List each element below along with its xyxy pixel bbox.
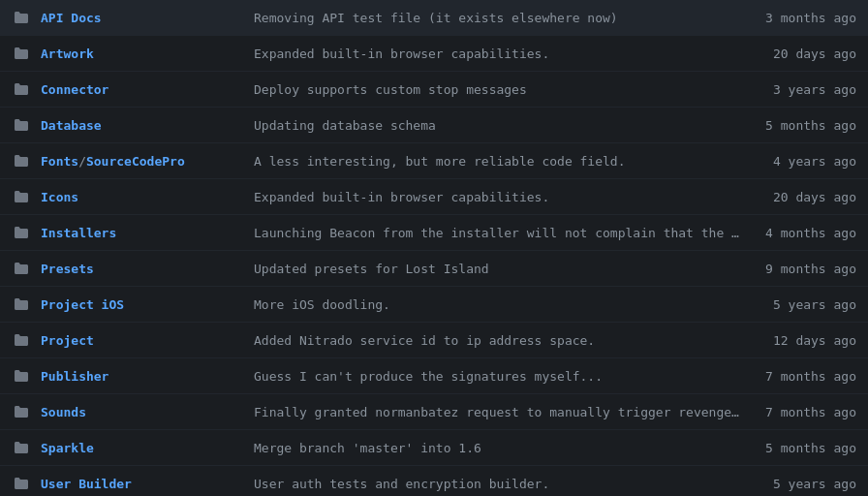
table-row: SoundsFinally granted normanbatez reques… [0, 394, 868, 430]
commit-message: Guess I can't produce the signatures mys… [254, 369, 760, 384]
time-ago: 20 days ago [760, 46, 856, 61]
time-ago: 9 months ago [760, 262, 856, 276]
file-name[interactable]: Icons [41, 190, 254, 204]
commit-message: Removing API test file (it exists elsewh… [254, 11, 760, 25]
time-ago: 5 years ago [760, 477, 856, 491]
folder-icon [12, 476, 31, 491]
commit-message: Updated presets for Lost Island [254, 262, 760, 276]
folder-icon [12, 46, 31, 61]
folder-icon [12, 440, 31, 455]
commit-message: More iOS doodling. [254, 297, 760, 312]
time-ago: 5 months ago [760, 118, 856, 133]
file-name[interactable]: Fonts/SourceCodePro [41, 154, 254, 169]
file-name[interactable]: Project iOS [41, 297, 254, 312]
file-name[interactable]: Publisher [41, 369, 254, 384]
commit-message: Merge branch 'master' into 1.6 [254, 441, 760, 455]
folder-icon [12, 225, 31, 240]
commit-message: Expanded built-in browser capabilities. [254, 46, 760, 61]
commit-message: User auth tests and encryption builder. [254, 477, 760, 491]
time-ago: 7 months ago [760, 369, 856, 384]
folder-icon [12, 189, 31, 204]
folder-icon [12, 261, 31, 276]
folder-icon [12, 10, 31, 25]
file-name[interactable]: Presets [41, 262, 254, 276]
folder-icon [12, 404, 31, 419]
folder-icon [12, 296, 31, 312]
table-row: PresetsUpdated presets for Lost Island9 … [0, 251, 868, 287]
file-name[interactable]: API Docs [41, 11, 254, 25]
file-name[interactable]: Artwork [41, 46, 254, 61]
table-row: InstallersLaunching Beacon from the inst… [0, 215, 868, 251]
time-ago: 3 years ago [760, 82, 856, 97]
file-list: API DocsRemoving API test file (it exist… [0, 0, 868, 496]
table-row: SparkleMerge branch 'master' into 1.65 m… [0, 430, 868, 466]
file-name[interactable]: Sparkle [41, 441, 254, 455]
file-name[interactable]: Connector [41, 82, 254, 97]
table-row: ConnectorDeploy supports custom stop mes… [0, 72, 868, 108]
commit-message: A less interesting, but more reliable co… [254, 154, 760, 169]
table-row: DatabaseUpdating database schema5 months… [0, 108, 868, 143]
time-ago: 5 years ago [760, 297, 856, 312]
folder-icon [12, 153, 31, 169]
commit-message: Expanded built-in browser capabilities. [254, 190, 760, 204]
table-row: PublisherGuess I can't produce the signa… [0, 358, 868, 394]
file-name[interactable]: Sounds [41, 405, 254, 419]
file-name[interactable]: Database [41, 118, 254, 133]
folder-icon [12, 81, 31, 97]
time-ago: 20 days ago [760, 190, 856, 204]
commit-message: Finally granted normanbatez request to m… [254, 405, 760, 419]
file-name[interactable]: Project [41, 333, 254, 348]
time-ago: 12 days ago [760, 333, 856, 348]
folder-icon [12, 117, 31, 133]
time-ago: 5 months ago [760, 441, 856, 455]
commit-message: Launching Beacon from the installer will… [254, 226, 760, 240]
time-ago: 4 months ago [760, 226, 856, 240]
file-name[interactable]: Installers [41, 226, 254, 240]
table-row: Project iOSMore iOS doodling.5 years ago [0, 287, 868, 323]
table-row: API DocsRemoving API test file (it exist… [0, 0, 868, 36]
table-row: ArtworkExpanded built-in browser capabil… [0, 36, 868, 72]
commit-message: Updating database schema [254, 118, 760, 133]
folder-icon [12, 332, 31, 348]
table-row: User BuilderUser auth tests and encrypti… [0, 466, 868, 496]
table-row: Fonts/SourceCodeProA less interesting, b… [0, 143, 868, 179]
table-row: ProjectAdded Nitrado service id to ip ad… [0, 323, 868, 358]
time-ago: 7 months ago [760, 405, 856, 419]
commit-message: Added Nitrado service id to ip address s… [254, 333, 760, 348]
file-name[interactable]: User Builder [41, 477, 254, 491]
folder-icon [12, 368, 31, 384]
time-ago: 3 months ago [760, 11, 856, 25]
commit-message: Deploy supports custom stop messages [254, 82, 760, 97]
table-row: IconsExpanded built-in browser capabilit… [0, 179, 868, 215]
time-ago: 4 years ago [760, 154, 856, 169]
